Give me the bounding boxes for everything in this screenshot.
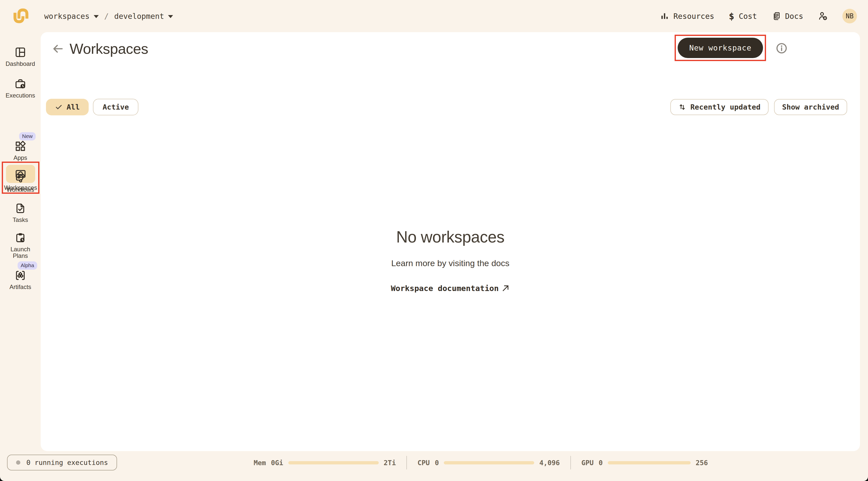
meter-mem-bar [288, 461, 379, 464]
top-bar: workspaces / development Resources $ Cos… [0, 0, 868, 32]
resource-meters: Mem 0Gi 2Ti CPU 0 4,096 GPU 0 256 [254, 451, 708, 474]
meter-mem-capacity: 2Ti [384, 459, 396, 467]
page-header: Workspaces New workspace [41, 32, 860, 65]
alpha-badge: Alpha [18, 261, 37, 270]
new-badge: New [19, 132, 36, 141]
filter-all[interactable]: All [46, 99, 89, 115]
nav-resources-label: Resources [673, 12, 714, 21]
sidebar: Dashboard Executions New Apps [0, 32, 41, 481]
info-icon[interactable] [776, 43, 787, 54]
sidebar-item-artifacts[interactable]: Alpha Artifacts [0, 261, 41, 291]
nav-resources[interactable]: Resources [660, 12, 714, 21]
meter-mem-used: 0Gi [271, 459, 283, 467]
running-executions-label: 0 running executions [26, 459, 108, 467]
admin-button[interactable] [818, 11, 828, 21]
filter-row: All Active Recently updated Show archive… [46, 99, 847, 115]
workspace-documentation-label: Workspace documentation [391, 284, 499, 293]
user-gear-icon [818, 11, 828, 21]
sidebar-item-label: Apps [13, 155, 27, 161]
sort-button-label: Recently updated [690, 103, 761, 111]
sort-button[interactable]: Recently updated [670, 99, 769, 115]
meter-gpu-capacity: 256 [696, 459, 708, 467]
sidebar-item-tasks[interactable]: Tasks [0, 203, 41, 223]
meter-cpu-bar [444, 461, 534, 464]
sidebar-item-apps[interactable]: New Apps [0, 132, 41, 161]
check-icon [55, 103, 63, 111]
bar-chart-icon [660, 12, 669, 20]
breadcrumb: workspaces / development [44, 0, 173, 32]
union-logo-icon[interactable] [12, 7, 29, 24]
avatar[interactable]: NB [842, 9, 857, 23]
meter-mem-label: Mem [254, 459, 266, 467]
sort-arrows-icon [678, 103, 686, 111]
filter-active[interactable]: Active [93, 99, 138, 115]
meter-cpu-label: CPU [417, 459, 430, 467]
status-bar: 0 running executions Mem 0Gi 2Ti CPU 0 4… [0, 451, 868, 481]
chevron-down-icon [94, 15, 99, 18]
main-panel: Workspaces New workspace All [41, 32, 860, 451]
apps-icon [14, 141, 26, 152]
breadcrumb-root-label: workspaces [44, 12, 90, 21]
nav-docs-label: Docs [785, 12, 803, 21]
sidebar-item-label: Dashboard [5, 61, 35, 67]
empty-state: No workspaces Learn more by visiting the… [41, 228, 860, 293]
workflows-icon [14, 172, 26, 184]
launch-plans-icon [14, 232, 26, 243]
meter-divider [406, 456, 407, 470]
dollar-icon: $ [729, 11, 734, 21]
empty-state-title: No workspaces [396, 228, 504, 246]
nav-cost[interactable]: $ Cost [729, 11, 757, 21]
executions-icon [14, 78, 26, 90]
new-workspace-button[interactable]: New workspace [678, 38, 763, 58]
meter-cpu: CPU 0 4,096 [417, 459, 560, 467]
sidebar-item-workflows[interactable]: Workflows [0, 172, 41, 193]
meter-mem: Mem 0Gi 2Ti [254, 459, 396, 467]
nav-docs[interactable]: Docs [772, 11, 803, 21]
status-dot-icon [16, 460, 20, 465]
running-executions-pill[interactable]: 0 running executions [7, 455, 117, 471]
empty-state-subtitle: Learn more by visiting the docs [391, 258, 509, 268]
sidebar-item-executions[interactable]: Executions [0, 78, 41, 99]
breadcrumb-workspaces-dropdown[interactable]: workspaces [44, 12, 99, 21]
docs-icon [772, 11, 781, 21]
chevron-down-icon [168, 15, 173, 18]
page-title: Workspaces [69, 40, 148, 57]
workspace-documentation-link[interactable]: Workspace documentation [391, 284, 509, 293]
sidebar-item-label: Executions [5, 92, 35, 99]
meter-gpu: GPU 0 256 [582, 459, 708, 467]
sidebar-item-label: Launch Plans [8, 246, 32, 259]
meter-divider [570, 456, 571, 470]
meter-gpu-bar [608, 461, 691, 464]
artifacts-icon [14, 270, 26, 281]
top-nav: Resources $ Cost Docs [660, 0, 857, 32]
app-window: workspaces / development Resources $ Cos… [0, 0, 868, 481]
nav-cost-label: Cost [739, 12, 757, 21]
sidebar-item-dashboard[interactable]: Dashboard [0, 47, 41, 67]
filter-active-label: Active [102, 103, 129, 111]
sidebar-item-label: Artifacts [9, 284, 31, 290]
dashboard-icon [14, 47, 26, 58]
annotation-box-new-workspace: New workspace [675, 35, 766, 61]
meter-gpu-used: 0 [598, 459, 602, 467]
filter-all-label: All [67, 103, 80, 111]
external-link-arrow-icon [501, 284, 510, 293]
tasks-icon [14, 203, 26, 214]
sidebar-item-launch-plans[interactable]: Launch Plans [0, 232, 41, 259]
sidebar-item-label: Workflows [6, 186, 34, 193]
meter-cpu-used: 0 [435, 459, 439, 467]
breadcrumb-project-label: development [114, 12, 164, 21]
breadcrumb-separator: / [104, 12, 109, 21]
sidebar-item-label: Tasks [12, 217, 28, 223]
meter-gpu-label: GPU [582, 459, 594, 467]
breadcrumb-project-dropdown[interactable]: development [114, 12, 173, 21]
show-archived-button[interactable]: Show archived [774, 99, 847, 115]
back-arrow-icon[interactable] [52, 43, 64, 55]
meter-cpu-capacity: 4,096 [539, 459, 560, 467]
